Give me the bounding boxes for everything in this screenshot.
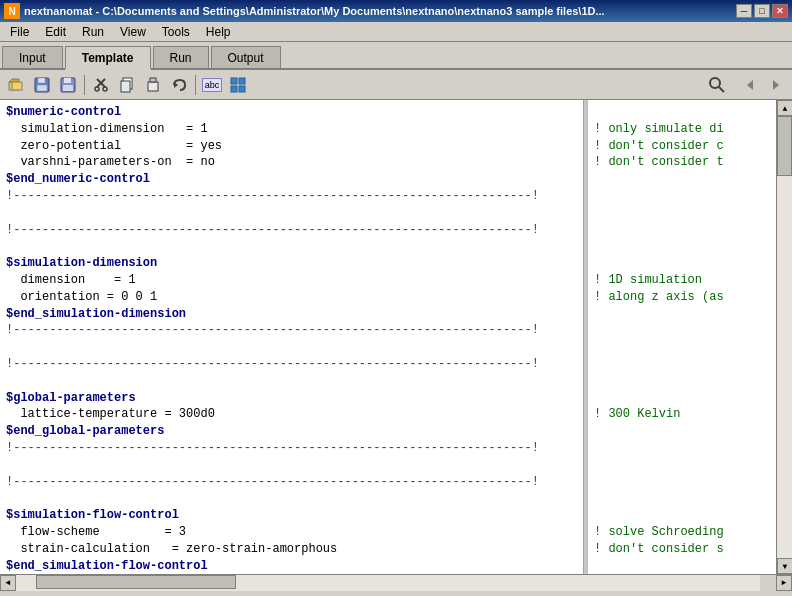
- title-bar: N nextnanomat - C:\Documents and Setting…: [0, 0, 792, 22]
- svg-marker-17: [174, 82, 178, 88]
- editor-line: $global-parameters: [6, 390, 577, 407]
- svg-rect-7: [64, 78, 71, 83]
- comment-line: [594, 238, 770, 255]
- tab-input[interactable]: Input: [2, 46, 63, 68]
- editor-line: !---------------------------------------…: [6, 188, 577, 205]
- svg-rect-15: [148, 82, 158, 91]
- editor-line: strain-calculation = zero-strain-amorpho…: [6, 541, 577, 558]
- comment-line: [594, 507, 770, 524]
- comment-line: ! 300 Kelvin: [594, 406, 770, 423]
- comment-line: [594, 558, 770, 574]
- scroll-down-button[interactable]: ▼: [777, 558, 792, 574]
- main-area: $numeric-control simulation-dimension = …: [0, 100, 792, 574]
- menu-file[interactable]: File: [2, 23, 37, 41]
- save-button[interactable]: [30, 73, 54, 97]
- comment-line: [594, 171, 770, 188]
- svg-marker-25: [773, 80, 779, 90]
- copy-button[interactable]: [115, 73, 139, 97]
- comment-line: [594, 322, 770, 339]
- tab-template[interactable]: Template: [65, 46, 151, 70]
- extra-button[interactable]: [226, 73, 250, 97]
- editor-line: $end_global-parameters: [6, 423, 577, 440]
- tab-run[interactable]: Run: [153, 46, 209, 68]
- comment-line: ! 1D simulation: [594, 272, 770, 289]
- editor-line: [6, 238, 577, 255]
- editor-line: !---------------------------------------…: [6, 222, 577, 239]
- svg-point-22: [710, 78, 720, 88]
- svg-rect-2: [12, 82, 22, 90]
- menu-help[interactable]: Help: [198, 23, 239, 41]
- title-bar-left: N nextnanomat - C:\Documents and Setting…: [4, 3, 605, 19]
- status-bar: Ln 15 Col 50 input file for nextnano³: [0, 590, 792, 596]
- open-button[interactable]: [4, 73, 28, 97]
- spell-button[interactable]: abc: [200, 73, 224, 97]
- editor-line: zero-potential = yes: [6, 138, 577, 155]
- separator1: [84, 75, 85, 95]
- svg-rect-19: [239, 78, 245, 84]
- editor-line: [6, 339, 577, 356]
- paste-button[interactable]: [141, 73, 165, 97]
- svg-rect-20: [231, 86, 237, 92]
- scroll-thumb[interactable]: [777, 116, 792, 176]
- nav-right-button[interactable]: [764, 73, 788, 97]
- editor-line: $simulation-flow-control: [6, 507, 577, 524]
- svg-rect-16: [150, 78, 156, 82]
- editor-line: $numeric-control: [6, 104, 577, 121]
- search-icon[interactable]: [706, 74, 728, 96]
- menu-edit[interactable]: Edit: [37, 23, 74, 41]
- svg-point-11: [95, 87, 99, 91]
- svg-point-12: [103, 87, 107, 91]
- comment-line: ! solve Schroeding: [594, 524, 770, 541]
- comment-line: [594, 440, 770, 457]
- tab-output[interactable]: Output: [211, 46, 281, 68]
- app-icon: N: [4, 3, 20, 19]
- hscroll-track[interactable]: [16, 575, 760, 591]
- editor-line: flow-scheme = 3: [6, 524, 577, 541]
- title-buttons[interactable]: ─ □ ✕: [736, 4, 788, 18]
- editor-line: varshni-parameters-on = no: [6, 154, 577, 171]
- hscroll-corner: [760, 575, 776, 591]
- comment-line: [594, 474, 770, 491]
- comment-line: [594, 423, 770, 440]
- undo-button[interactable]: [167, 73, 191, 97]
- editor-line: [6, 457, 577, 474]
- minimize-button[interactable]: ─: [736, 4, 752, 18]
- scroll-track[interactable]: [777, 116, 792, 558]
- svg-rect-18: [231, 78, 237, 84]
- menu-bar: File Edit Run View Tools Help: [0, 22, 792, 42]
- menu-tools[interactable]: Tools: [154, 23, 198, 41]
- hscroll-right-button[interactable]: ►: [776, 575, 792, 591]
- editor-line: [6, 373, 577, 390]
- editor-line: $end_numeric-control: [6, 171, 577, 188]
- scroll-up-button[interactable]: ▲: [777, 100, 792, 116]
- comment-line: [594, 339, 770, 356]
- nav-left-button[interactable]: [738, 73, 762, 97]
- editor-line: !---------------------------------------…: [6, 440, 577, 457]
- editor-line: !---------------------------------------…: [6, 322, 577, 339]
- comment-line: [594, 356, 770, 373]
- comment-panel: ! only simulate di ! don't consider c ! …: [586, 100, 776, 574]
- svg-rect-5: [37, 85, 47, 91]
- maximize-button[interactable]: □: [754, 4, 770, 18]
- svg-marker-24: [747, 80, 753, 90]
- menu-view[interactable]: View: [112, 23, 154, 41]
- comment-line: [594, 104, 770, 121]
- menu-run[interactable]: Run: [74, 23, 112, 41]
- editor-line: $end_simulation-dimension: [6, 306, 577, 323]
- editor-line: !---------------------------------------…: [6, 474, 577, 491]
- comment-line: [594, 490, 770, 507]
- hscroll-thumb[interactable]: [36, 575, 236, 589]
- cut-button[interactable]: [89, 73, 113, 97]
- save2-button[interactable]: [56, 73, 80, 97]
- search-box: [706, 74, 728, 96]
- comment-line: [594, 306, 770, 323]
- editor-line: lattice-temperature = 300d0: [6, 406, 577, 423]
- separator2: [195, 75, 196, 95]
- editor-line: $end_simulation-flow-control: [6, 558, 577, 574]
- svg-rect-8: [63, 85, 73, 91]
- svg-line-23: [719, 87, 724, 92]
- close-button[interactable]: ✕: [772, 4, 788, 18]
- comment-line: [594, 222, 770, 239]
- editor[interactable]: $numeric-control simulation-dimension = …: [0, 100, 583, 574]
- hscroll-left-button[interactable]: ◄: [0, 575, 16, 591]
